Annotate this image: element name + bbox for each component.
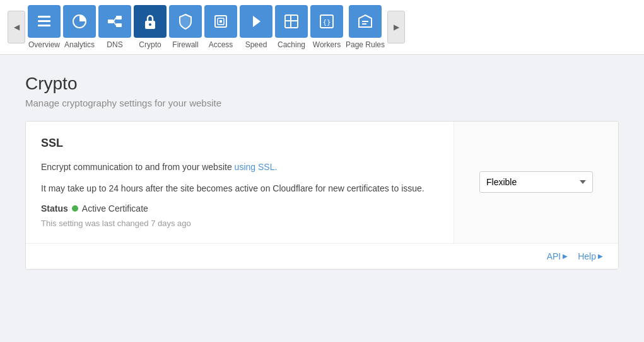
card-left: SSL Encrypt communication to and from yo… (26, 122, 454, 243)
page-subtitle: Manage cryptography settings for your we… (25, 98, 619, 108)
ssl-description-1: Encrypt communication to and from your w… (41, 160, 438, 174)
nav-item-access[interactable]: Access (204, 5, 237, 49)
speed-label: Speed (245, 40, 267, 49)
access-label: Access (209, 40, 233, 49)
workers-icon-box: {} (310, 5, 343, 38)
svg-marker-14 (253, 16, 261, 27)
nav-item-pagerules[interactable]: Page Rules (346, 5, 385, 49)
page-title: Crypto (25, 74, 619, 94)
svg-rect-17 (290, 15, 291, 28)
next-arrow[interactable]: ▶ (387, 11, 405, 43)
help-chevron-icon: ▶ (598, 253, 603, 259)
api-link[interactable]: API ▶ (547, 251, 568, 261)
crypto-label: Crypto (139, 40, 161, 49)
pagerules-label: Page Rules (346, 40, 385, 49)
svg-rect-5 (116, 16, 122, 20)
caching-icon-box (275, 5, 308, 38)
pagerules-icon-box (349, 5, 382, 38)
svg-rect-6 (116, 23, 122, 27)
main-content: Crypto Manage cryptography settings for … (0, 55, 644, 288)
ssl-link[interactable]: using SSL. (235, 162, 278, 172)
firewall-label: Firewall (172, 40, 198, 49)
ssl-select[interactable]: Off Flexible Full Full (Strict) (479, 171, 593, 193)
overview-icon-box (28, 5, 61, 38)
help-link[interactable]: Help ▶ (578, 251, 603, 261)
svg-line-7 (114, 18, 116, 21)
status-dot (72, 205, 78, 212)
svg-rect-13 (220, 20, 222, 23)
dns-label: DNS (107, 40, 122, 49)
firewall-icon-box (169, 5, 202, 38)
analytics-label: Analytics (64, 40, 95, 49)
nav-item-speed[interactable]: Speed (240, 5, 272, 49)
top-nav: ◀ Overview Analytics (0, 0, 644, 55)
last-changed: This setting was last changed 7 days ago (41, 219, 438, 228)
nav-item-dns[interactable]: DNS (98, 5, 131, 49)
ssl-description-2: It may take up to 24 hours after the sit… (41, 181, 438, 195)
svg-point-10 (149, 23, 151, 26)
ssl-title: SSL (41, 137, 438, 150)
card-body: SSL Encrypt communication to and from yo… (26, 122, 618, 243)
svg-line-8 (114, 21, 116, 25)
nav-item-crypto[interactable]: Crypto (134, 5, 167, 49)
card-right: Off Flexible Full Full (Strict) (454, 122, 618, 243)
access-icon-box (204, 5, 237, 38)
nav-item-workers[interactable]: {} Workers (310, 5, 343, 49)
svg-rect-2 (38, 25, 50, 26)
nav-items: Overview Analytics DNS (28, 5, 385, 49)
prev-arrow[interactable]: ◀ (8, 11, 25, 43)
status-label: Status (41, 203, 68, 214)
crypto-icon-box (134, 5, 167, 38)
api-chevron-icon: ▶ (563, 253, 568, 259)
overview-label: Overview (28, 40, 60, 49)
workers-label: Workers (313, 40, 341, 49)
svg-text:{}: {} (322, 18, 331, 26)
speed-icon-box (240, 5, 272, 38)
dns-icon-box (98, 5, 131, 38)
nav-item-analytics[interactable]: Analytics (63, 5, 96, 49)
nav-item-overview[interactable]: Overview (28, 5, 61, 49)
svg-rect-4 (108, 20, 114, 23)
status-line: Status Active Certificate (41, 203, 438, 214)
ssl-card: SSL Encrypt communication to and from yo… (25, 121, 619, 270)
status-value: Active Certificate (82, 203, 148, 214)
svg-rect-1 (38, 20, 50, 22)
nav-item-caching[interactable]: Caching (275, 5, 308, 49)
card-footer: API ▶ Help ▶ (26, 243, 618, 269)
svg-rect-0 (38, 16, 50, 18)
caching-label: Caching (278, 40, 305, 49)
analytics-icon-box (63, 5, 96, 38)
nav-item-firewall[interactable]: Firewall (169, 5, 202, 49)
